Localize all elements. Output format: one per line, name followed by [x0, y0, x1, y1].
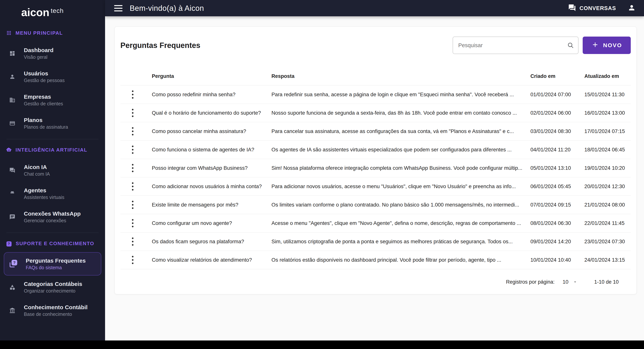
row-actions-button[interactable] — [129, 236, 136, 247]
sidebar-item-perguntas-frequentes[interactable]: ?Perguntas FrequentesFAQs do sistema — [4, 252, 101, 275]
answer-cell: Os agentes de IA são assistentes virtuai… — [266, 147, 524, 153]
pagination-range: 1-10 de 10 — [594, 279, 619, 285]
row-actions-button[interactable] — [129, 107, 136, 119]
updated-cell: 19/01/2024 10:20 — [578, 165, 631, 171]
sidebar-item-sublabel: FAQs do sistema — [26, 264, 86, 271]
table-row: Como posso redefinir minha senha?Para re… — [120, 86, 631, 104]
row-actions-button[interactable] — [129, 217, 136, 229]
kebab-icon — [132, 90, 134, 99]
per-page-label: Registros por página: — [506, 279, 555, 285]
sidebar-item-sublabel: Planos de assinatura — [24, 124, 68, 130]
menu-icon[interactable] — [114, 5, 122, 11]
created-cell: 06/01/2024 05:45 — [524, 183, 578, 189]
question-cell: Qual é o horário de funcionamento do sup… — [145, 110, 266, 116]
per-page-select[interactable]: 10 — [562, 279, 578, 285]
question-cell: Como posso cancelar minha assinatura? — [145, 128, 266, 134]
kebab-icon — [132, 237, 134, 246]
credit-card-icon — [9, 120, 15, 126]
updated-cell: 16/01/2024 13:00 — [578, 110, 631, 116]
column-header-atualizado-em: Atualizado em — [578, 73, 631, 79]
sidebar-item-empresas[interactable]: EmpresasGestão de clientes — [4, 88, 101, 112]
forum-icon — [568, 4, 576, 13]
faq-card: Perguntas Frequentes NOVO — [114, 27, 636, 294]
sidebar-item-usuarios[interactable]: UsuáriosGestão de pessoas — [4, 65, 101, 88]
row-actions-button[interactable] — [129, 144, 136, 156]
answer-cell: Acesse o menu "Agentes", clique em "Novo… — [266, 220, 524, 226]
person-icon — [628, 9, 636, 12]
search-input[interactable] — [452, 37, 578, 54]
row-actions-button[interactable] — [129, 199, 136, 211]
updated-cell: 18/01/2024 06:45 — [578, 147, 631, 153]
question-cell: Como funciona o sistema de agentes de IA… — [145, 147, 266, 153]
created-cell: 03/01/2024 08:30 — [524, 128, 578, 134]
conversas-button[interactable]: CONVERSAS — [568, 4, 616, 13]
topbar: Bem-vindo(a) à Aicon CONVERSAS — [105, 0, 644, 16]
question-cell: Como configurar um novo agente? — [145, 220, 266, 226]
answer-cell: Para redefinir sua senha, acesse a págin… — [266, 92, 524, 98]
sidebar-section-items: ?Perguntas FrequentesFAQs do sistemaCate… — [4, 252, 101, 322]
sidebar-item-aicon-ia[interactable]: Aicon IAChat com IA — [4, 159, 101, 182]
question-cell: Como adicionar novos usuários à minha co… — [145, 183, 266, 189]
created-cell: 10/01/2024 10:40 — [524, 257, 578, 263]
answer-cell: Para cancelar sua assinatura, acesse as … — [266, 128, 524, 134]
sidebar-item-categorias-contabeis[interactable]: Categorias ContábeisOrganizar conhecimen… — [4, 275, 101, 299]
sidebar-section-label-suporte-e-conhecimento: ?SUPORTE E CONHECIMENTO — [6, 239, 99, 248]
bank-icon — [9, 307, 15, 313]
answer-cell: Nosso suporte funciona de segunda a sext… — [266, 110, 524, 116]
row-actions-button[interactable] — [129, 254, 136, 266]
conversas-label: CONVERSAS — [580, 5, 616, 11]
sidebar-item-dashboard[interactable]: DashboardVisão geral — [4, 42, 101, 65]
table-footer: Registros por página: 10 1-10 de 10 — [120, 269, 631, 295]
robot-icon — [6, 147, 11, 152]
table-row: Como adicionar novos usuários à minha co… — [120, 177, 631, 196]
sidebar-item-planos[interactable]: PlanosPlanos de assinatura — [4, 112, 101, 135]
answer-cell: Os limites variam conforme o plano contr… — [266, 202, 524, 208]
row-actions-button[interactable] — [129, 181, 136, 192]
sidebar-item-conexoes-whatsapp[interactable]: Conexões WhatsAppGerenciar conexões — [4, 205, 101, 228]
sidebar-item-label: Conexões WhatsApp — [24, 210, 81, 217]
forum-icon — [9, 167, 15, 173]
sidebar-item-sublabel: Chat com IA — [24, 171, 50, 177]
sidebar-item-agentes[interactable]: AgentesAssistentes virtuais — [4, 182, 101, 205]
row-actions-button[interactable] — [129, 162, 136, 174]
updated-cell: 23/01/2024 07:30 — [578, 238, 631, 245]
sidebar-item-label: Dashboard — [24, 47, 54, 54]
sidebar-item-conhecimento-contabil[interactable]: Conhecimento ContábilBase de conheciment… — [4, 299, 101, 322]
kebab-icon — [132, 127, 134, 136]
sidebar-item-sublabel: Assistentes virtuais — [24, 194, 64, 200]
per-page-value: 10 — [562, 279, 568, 285]
sidebar-item-label: Perguntas Frequentes — [26, 257, 86, 264]
row-actions-button[interactable] — [129, 89, 136, 100]
row-actions-button[interactable] — [129, 125, 136, 137]
kebab-icon — [132, 219, 134, 228]
table-row: Os dados ficam seguros na plataforma?Sim… — [120, 232, 631, 251]
table-body: Como posso redefinir minha senha?Para re… — [120, 86, 631, 269]
created-cell: 04/01/2024 11:20 — [524, 147, 578, 153]
answer-cell: Sim, utilizamos criptografia de ponta a … — [266, 238, 524, 245]
account-button[interactable] — [628, 4, 636, 13]
sidebar-divider — [6, 233, 99, 233]
quiz-icon: ? — [10, 260, 17, 268]
column-header-pergunta: Pergunta — [145, 73, 266, 79]
sidebar-item-label: Categorias Contábeis — [24, 280, 82, 288]
search-icon — [567, 42, 574, 49]
column-header-criado-em: Criado em — [524, 73, 578, 79]
created-cell: 01/01/2024 07:00 — [524, 92, 578, 98]
created-cell: 05/01/2024 13:10 — [524, 165, 578, 171]
table-row: Como posso cancelar minha assinatura?Par… — [120, 122, 631, 141]
question-cell: Como visualizar relatórios de atendiment… — [145, 257, 266, 263]
sidebar-item-label: Aicon IA — [24, 163, 50, 171]
search-box — [452, 37, 578, 54]
table-row: Posso integrar com WhatsApp Business?Sim… — [120, 159, 631, 177]
table-row: Como visualizar relatórios de atendiment… — [120, 251, 631, 269]
sidebar-item-label: Empresas — [24, 93, 63, 101]
sidebar-divider — [6, 139, 99, 139]
faq-table: PerguntaRespostaCriado emAtualizado em C… — [115, 67, 636, 295]
sidebar-item-label: Planos — [24, 116, 68, 124]
app-logo: aicon tech — [0, 0, 105, 25]
sidebar-section-label-menu-principal: MENU PRINCIPAL — [6, 29, 99, 37]
sidebar-item-label: Conhecimento Contábil — [24, 303, 88, 311]
new-button[interactable]: NOVO — [583, 37, 631, 54]
created-cell: 08/01/2024 06:30 — [524, 220, 578, 226]
question-cell: Os dados ficam seguros na plataforma? — [145, 238, 266, 245]
